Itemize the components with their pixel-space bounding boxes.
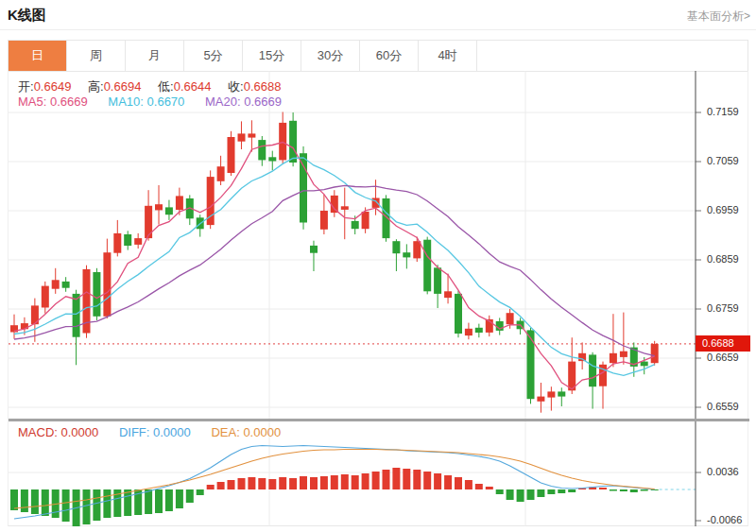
macd-label: MACD:: [18, 425, 58, 439]
tab-month[interactable]: 月: [126, 41, 184, 71]
y-axis-label: 0.6659: [707, 352, 739, 363]
ohlc-info-row: 开:0.6649 高:0.6694 低:0.6644 收:0.6688: [18, 78, 294, 95]
y-axis-label: 0.6959: [707, 204, 739, 215]
chart-region: 开:0.6649 高:0.6694 低:0.6644 收:0.6688 MA5:…: [8, 71, 748, 526]
dea-value: 0.0000: [243, 425, 281, 439]
low-label: 低:: [158, 79, 174, 94]
ma10-label: MA10:: [108, 94, 144, 109]
macd-axis-label: -0.0066: [707, 514, 742, 525]
macd-value: 0.0000: [61, 425, 99, 439]
candlestick-chart: [9, 71, 749, 419]
high-value: 0.6694: [104, 79, 142, 94]
diff-value: 0.0000: [153, 425, 191, 439]
header: K线图 基本面分析>: [0, 0, 756, 30]
ma5-value: 0.6669: [50, 94, 88, 109]
tab-week[interactable]: 周: [67, 41, 126, 71]
close-value: 0.6688: [244, 79, 282, 94]
macd-axis-label: 0.0036: [707, 466, 739, 477]
ma20-label: MA20:: [205, 94, 241, 109]
dea-label: DEA:: [211, 425, 239, 439]
y-axis-label: 0.7159: [707, 106, 739, 117]
open-value: 0.6649: [34, 79, 72, 94]
y-axis-label: 0.6759: [707, 302, 739, 314]
y-axis-label: 0.7059: [707, 155, 739, 166]
close-label: 收:: [228, 79, 244, 94]
tab-15min[interactable]: 15分: [243, 41, 301, 71]
low-value: 0.6644: [174, 79, 212, 94]
period-tabbar: 日 周 月 5分 15分 30分 60分 4时: [8, 40, 748, 72]
ma5-label: MA5:: [18, 94, 46, 109]
ma20-value: 0.6669: [244, 94, 282, 109]
ma10-value: 0.6670: [147, 94, 185, 109]
tab-5min[interactable]: 5分: [184, 41, 243, 71]
tab-30min[interactable]: 30分: [301, 41, 360, 71]
tab-60min[interactable]: 60分: [360, 41, 419, 71]
current-price-tag: 0.6688: [696, 335, 750, 352]
fundamental-analysis-link[interactable]: 基本面分析>: [687, 9, 750, 25]
open-label: 开:: [18, 79, 34, 94]
ma-info-row: MA5: 0.6669 MA10: 0.6670 MA20: 0.6669: [18, 94, 282, 109]
macd-info-row: MACD: 0.0000 DIFF: 0.0000 DEA: 0.0000: [18, 425, 281, 439]
high-label: 高:: [88, 79, 104, 94]
y-axis-label: 0.6859: [707, 253, 739, 265]
tab-day[interactable]: 日: [9, 41, 67, 71]
tab-4hour[interactable]: 4时: [419, 41, 477, 71]
page-title: K线图: [8, 7, 46, 25]
y-axis-label: 0.6559: [707, 401, 739, 412]
diff-label: DIFF:: [119, 425, 150, 439]
